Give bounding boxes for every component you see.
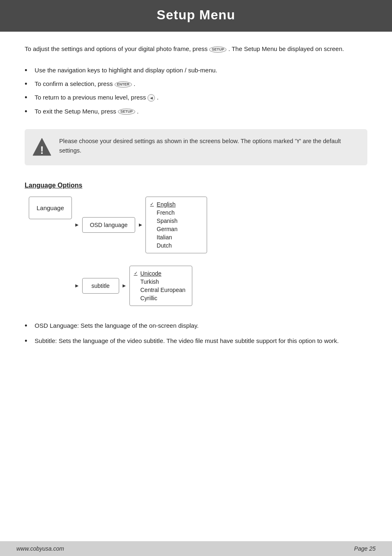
subtitle-option-unicode[interactable]: ✓ Unicode bbox=[134, 269, 186, 278]
footer-page-number: Page 25 bbox=[354, 545, 376, 552]
enter-button-icon: ENTER bbox=[115, 81, 132, 88]
warning-text: Please choose your desired settings as s… bbox=[59, 137, 357, 155]
language-menu-group: Language ► OSD language ► ✓ English bbox=[29, 197, 367, 306]
list-item-text: Use the navigation keys to highlight and… bbox=[35, 65, 217, 75]
list-item-return: To return to a previous menu level, pres… bbox=[25, 93, 367, 103]
osd-option-german[interactable]: German bbox=[150, 225, 200, 233]
subtitle-row: ► subtitle ► ✓ Unicode Turkish bbox=[72, 266, 208, 306]
list-item-text: To return to a previous menu level, pres… bbox=[35, 93, 158, 102]
intro-text-before: To adjust the settings and options of yo… bbox=[25, 45, 208, 52]
osd-option-english[interactable]: ✓ English bbox=[150, 200, 200, 208]
list-item-exit: To exit the Setup Menu, press SETUP . bbox=[25, 107, 367, 117]
page-header: Setup Menu bbox=[0, 0, 392, 32]
footer-url: www.cobyusa.com bbox=[16, 545, 64, 552]
osd-language-box: OSD language bbox=[82, 217, 136, 233]
warning-icon: ! bbox=[32, 137, 52, 158]
subtitle-option-turkish[interactable]: Turkish bbox=[134, 278, 186, 286]
osd-option-italian[interactable]: Italian bbox=[150, 233, 200, 241]
page-footer: www.cobyusa.com Page 25 bbox=[0, 541, 392, 556]
left-arrow-button-icon: ◄ bbox=[148, 94, 155, 102]
main-content: To adjust the settings and options of yo… bbox=[0, 32, 392, 376]
setup-button-icon: SETUP bbox=[209, 46, 226, 53]
language-options-section: Language Options Language ► OSD language… bbox=[25, 182, 367, 346]
osd-option-french[interactable]: French bbox=[150, 208, 200, 217]
osd-language-row: ► OSD language ► ✓ English French bbox=[72, 197, 208, 253]
language-options-heading: Language Options bbox=[25, 182, 367, 189]
submenu-column: ► OSD language ► ✓ English French bbox=[72, 197, 208, 306]
arrow-3: ► bbox=[74, 283, 80, 289]
instructions-list: Use the navigation keys to highlight and… bbox=[25, 65, 367, 117]
list-item-text: To confirm a selection, press ENTER . bbox=[35, 79, 135, 89]
warning-box: ! Please choose your desired settings as… bbox=[25, 129, 367, 165]
menu-diagram: Language ► OSD language ► ✓ English bbox=[29, 197, 367, 306]
setup-button-icon-2: SETUP bbox=[118, 109, 135, 115]
svg-text:!: ! bbox=[40, 144, 44, 156]
desc-subtitle: Subtitle: Sets the language of the video… bbox=[25, 336, 367, 346]
osd-option-dutch[interactable]: Dutch bbox=[150, 241, 200, 250]
page-title: Setup Menu bbox=[16, 7, 376, 23]
osd-language-options: ✓ English French Spanish bbox=[145, 197, 207, 253]
intro-paragraph: To adjust the settings and options of yo… bbox=[25, 44, 367, 54]
arrow-2: ► bbox=[138, 222, 143, 228]
language-main-box: Language bbox=[29, 197, 72, 219]
desc-osd-language: OSD Language: Sets the language of the o… bbox=[25, 321, 367, 331]
subtitle-option-central-european[interactable]: Central European bbox=[134, 286, 186, 294]
list-item-confirm: To confirm a selection, press ENTER . bbox=[25, 79, 367, 89]
subtitle-box: subtitle bbox=[82, 278, 119, 294]
osd-option-spanish[interactable]: Spanish bbox=[150, 217, 200, 225]
list-item-navigate: Use the navigation keys to highlight and… bbox=[25, 65, 367, 76]
list-item-text: To exit the Setup Menu, press SETUP . bbox=[35, 107, 138, 116]
arrow-4: ► bbox=[122, 283, 127, 289]
subtitle-option-cyrillic[interactable]: Cyrillic bbox=[134, 294, 186, 302]
subtitle-options: ✓ Unicode Turkish Central European bbox=[129, 266, 193, 306]
desc-subtitle-text: Subtitle: Sets the language of the video… bbox=[35, 336, 339, 346]
arrow-1: ► bbox=[74, 222, 80, 228]
intro-text-after: . The Setup Menu be displayed on screen. bbox=[228, 45, 344, 52]
desc-osd-text: OSD Language: Sets the language of the o… bbox=[35, 321, 198, 331]
descriptions-list: OSD Language: Sets the language of the o… bbox=[25, 321, 367, 346]
